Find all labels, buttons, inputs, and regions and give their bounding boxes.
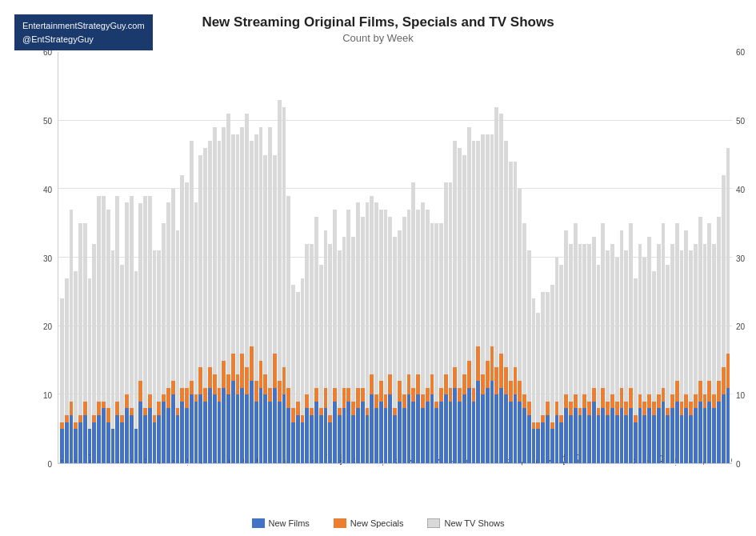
x-axis-label: 12-Aug-24: [688, 454, 690, 466]
bar-tv: [550, 285, 554, 422]
bar-tv: [532, 298, 536, 422]
bar-group: [449, 52, 453, 463]
bar-specials: [338, 408, 342, 415]
bar-tv: [324, 230, 328, 388]
bar-specials: [564, 394, 568, 408]
bar-specials: [226, 374, 230, 395]
bar-group: [263, 52, 267, 463]
bar-tv: [476, 141, 480, 346]
bar-specials: [582, 394, 586, 408]
bar-specials: [176, 408, 180, 415]
x-label-wrapper: 10-Jul-23: [420, 454, 425, 466]
bar-group: [171, 52, 175, 463]
bar-specials: [370, 374, 374, 395]
bar-tv: [226, 114, 230, 374]
bar-specials: [263, 374, 267, 395]
x-label-wrapper: 21-Nov-22: [267, 454, 272, 466]
bar-films: [453, 388, 457, 463]
bar-specials: [662, 388, 666, 402]
x-label-wrapper: 14-Mar-22: [99, 454, 104, 466]
bar-tv: [467, 127, 471, 360]
bar-group: [514, 52, 518, 463]
x-axis-labels: 10-Jan-2231-Jan-2221-Feb-2214-Mar-224-Ap…: [58, 454, 732, 494]
bar-specials: [198, 367, 202, 394]
bar-tv: [171, 189, 175, 381]
bar-tv: [726, 148, 730, 354]
x-label-wrapper: 4-Apr-22: [114, 454, 118, 466]
bar-specials: [638, 394, 642, 408]
bar-tv: [647, 237, 651, 394]
bar-specials: [106, 408, 110, 422]
x-axis-label: 14-Mar-22: [102, 454, 104, 466]
bar-group: [194, 52, 198, 463]
bar-group: [259, 52, 263, 463]
bar-specials: [707, 381, 711, 402]
bar-group: [102, 52, 106, 463]
tv-swatch: [427, 518, 440, 528]
bar-tv: [486, 134, 490, 361]
bar-group: [250, 52, 254, 463]
bar-specials: [328, 415, 332, 422]
x-axis-label: 14-Oct-24: [730, 454, 732, 466]
bar-tv: [379, 210, 383, 381]
bar-specials: [601, 388, 605, 409]
bar-tv: [314, 217, 318, 388]
x-axis-label: 19-Sep-22: [227, 454, 230, 466]
bar-group: [509, 52, 513, 463]
bar-specials: [578, 408, 582, 415]
bar-tv: [361, 217, 365, 388]
bar-group: [698, 52, 702, 463]
bar-specials: [634, 415, 638, 422]
bar-group: [615, 52, 619, 463]
bar-group: [268, 52, 272, 463]
x-axis-label: 25-Dec-23: [534, 454, 537, 466]
x-label-wrapper: 23-Oct-23: [490, 454, 495, 466]
bar-specials: [162, 394, 166, 402]
bar-group: [666, 52, 670, 463]
bar-specials: [60, 422, 64, 430]
bar-group: [467, 52, 471, 463]
bar-specials: [254, 381, 258, 402]
bar-specials: [407, 374, 411, 395]
bar-tv: [707, 223, 711, 381]
bar-tv: [703, 244, 707, 394]
bar-films: [486, 388, 490, 463]
bar-group: [494, 52, 498, 463]
bar-specials: [83, 402, 87, 415]
bar-specials: [190, 381, 194, 394]
x-label-wrapper: 10-Oct-22: [239, 454, 244, 466]
bar-group: [634, 52, 638, 463]
bar-specials: [138, 381, 142, 402]
bar-tv: [97, 196, 101, 402]
bar-specials: [722, 367, 726, 394]
bar-tv: [346, 210, 350, 388]
x-axis-label: 18-Mar-24: [590, 454, 593, 466]
bar-specials: [115, 402, 119, 415]
bar-specials: [712, 394, 716, 408]
x-label-wrapper: 19-Sep-22: [225, 454, 230, 466]
bar-specials: [379, 381, 383, 402]
bar-tv: [610, 244, 614, 394]
x-axis-label: 31-Jul-23: [437, 454, 439, 466]
bar-group: [366, 52, 370, 463]
bar-group: [402, 52, 406, 463]
bar-tv: [578, 244, 582, 409]
x-label-wrapper: 6-Jun-22: [155, 454, 160, 466]
bar-tv: [198, 155, 202, 368]
bar-tv: [527, 250, 531, 401]
bar-tv: [518, 189, 522, 381]
bar-group: [462, 52, 466, 463]
x-label-wrapper: 21-Aug-23: [448, 454, 453, 466]
bar-tv: [70, 210, 74, 402]
bar-group: [198, 52, 202, 463]
bar-group: [273, 52, 277, 463]
bar-specials: [231, 354, 235, 381]
bar-group: [426, 52, 430, 463]
bar-group: [333, 52, 337, 463]
bar-tv: [213, 127, 217, 374]
bar-specials: [393, 408, 397, 415]
bar-specials: [490, 346, 494, 381]
bar-specials: [615, 402, 619, 415]
bar-specials: [569, 402, 573, 415]
bar-specials: [666, 408, 670, 415]
